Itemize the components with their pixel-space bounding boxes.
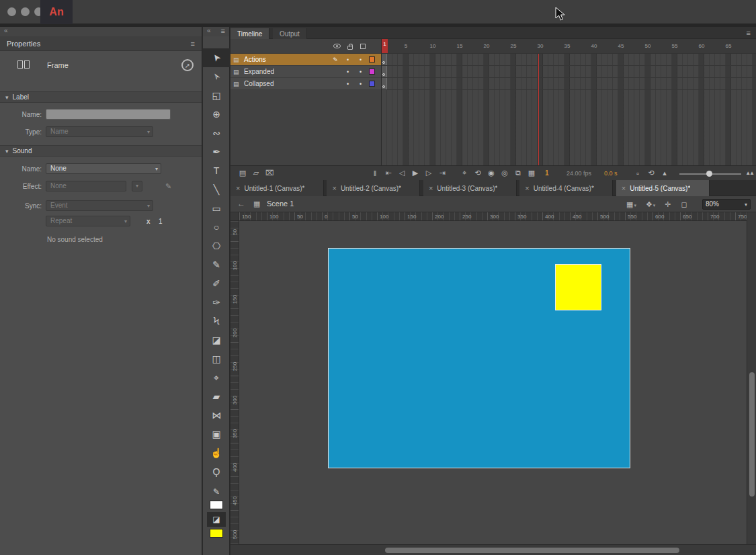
polystar-tool[interactable]: ⎔ [203,237,230,255]
bone-tool[interactable]: Ϟ [203,312,230,331]
layer-lock-dot[interactable]: • [354,69,367,75]
center-stage-button[interactable]: ✛ [660,198,676,210]
zoom-tool[interactable]: Ϙ [203,462,230,481]
modify-markers-button[interactable]: ▦ [525,167,538,179]
back-button[interactable]: ← [237,199,245,208]
vertical-scrollbar[interactable] [747,212,756,544]
camera-tool[interactable]: ▣ [203,425,230,443]
layer-lock-dot[interactable]: • [354,56,367,63]
document-tab[interactable]: × Untitled-1 (Canvas)* [230,180,324,196]
layer-visibility-dot[interactable]: • [341,56,354,63]
collapse-timeline-button[interactable]: ▴ [658,167,671,179]
timeline-layer-row[interactable]: ▤ Actions ✎ • • [230,54,381,66]
eyedropper-tool[interactable]: ⌖ [203,368,230,387]
edit-scene-button[interactable]: ▦▾ [622,198,641,210]
play-button[interactable]: ▶ [409,167,422,179]
layer-outline-color-swatch[interactable] [369,56,375,62]
3d-rotation-tool[interactable]: ⊕ [203,105,230,124]
edit-multiple-frames-button[interactable]: ⧉ [511,167,525,179]
layer-outline-color-swatch[interactable] [369,81,375,87]
onion-skin-outlines-button[interactable]: ◎ [498,167,511,179]
lasso-tool[interactable]: ∾ [203,124,230,142]
frame-ruler[interactable]: 1 5 10 15 20 25 30 [382,39,756,54]
frame-size-slider[interactable] [679,173,741,175]
playhead-marker[interactable]: 1 [382,39,388,54]
delete-layer-button[interactable]: ⌧ [263,167,276,179]
minimize-window-button[interactable] [21,7,30,16]
slider-thumb[interactable] [706,171,712,177]
brush-tool[interactable]: ✐ [203,274,230,293]
step-back-button[interactable]: ◁ [395,167,409,179]
panel-menu-icon[interactable]: ≡ [747,29,751,37]
label-type-dropdown[interactable]: Name ▾ [46,126,153,137]
stroke-color-swatch[interactable] [210,501,223,509]
horizontal-scrollbar[interactable] [230,544,756,555]
pasteboard[interactable] [239,221,747,544]
collapse-panel-icon[interactable]: « [207,27,211,36]
stage-object[interactable] [555,264,601,310]
sound-effect-caret-button[interactable]: ▾ [132,181,142,191]
document-tab[interactable]: × Untitled-5 (Canvas)* [616,180,710,196]
keyframe-cell[interactable] [382,54,387,65]
timeline-layer-row[interactable]: ▤ Expanded • • [230,66,381,78]
document-tab[interactable]: × Untitled-4 (Canvas)* [519,180,613,196]
sound-sync-dropdown[interactable]: Event ▾ [46,200,153,211]
layer-lock-dot[interactable]: • [354,81,367,87]
close-tab-icon[interactable]: × [429,184,433,192]
layer-outline-color-swatch[interactable] [369,69,375,75]
oval-tool[interactable]: ○ [203,218,230,237]
repeat-count-value[interactable]: 1 [159,218,163,225]
selection-tool[interactable]: ➤ [203,48,230,67]
collapse-panel-icon[interactable]: « [4,27,8,34]
sound-effect-dropdown[interactable]: None [46,181,126,191]
frames-grid[interactable] [382,54,756,165]
vertical-scrollbar-thumb[interactable] [749,372,755,497]
sound-repeat-dropdown[interactable]: Repeat ▾ [46,216,130,226]
hand-tool[interactable]: ☝ [203,443,230,462]
line-tool[interactable]: ╲ [203,180,230,199]
step-forward-button[interactable]: ▷ [422,167,435,179]
subselection-tool[interactable]: ➢ [203,67,230,86]
free-transform-tool[interactable]: ◱ [203,86,230,105]
quick-share-button[interactable]: ➚ [181,59,194,71]
horizontal-scrollbar-thumb[interactable] [385,548,679,553]
pen-tool[interactable]: ✒ [203,142,230,161]
new-folder-button[interactable]: ▱ [249,167,263,179]
edit-symbols-button[interactable]: ❖▾ [641,198,660,210]
new-layer-button[interactable]: ▤ [236,167,249,179]
stage-zoom-dropdown[interactable]: 80% ▾ [702,199,751,210]
fit-to-window-button[interactable]: ◻ [677,198,693,210]
width-tool[interactable]: ⋈ [203,406,230,425]
keyframe-cell[interactable] [382,66,387,77]
document-tab[interactable]: × Untitled-2 (Canvas)* [327,180,420,196]
layer-visibility-dot[interactable]: • [341,69,354,75]
close-tab-icon[interactable]: × [525,184,529,192]
fill-color-swatch[interactable] [210,529,223,538]
show-hide-layers-icon[interactable] [333,44,341,48]
outline-layers-icon[interactable] [360,44,366,49]
document-tab[interactable]: × Untitled-3 (Canvas)* [423,180,517,196]
close-tab-icon[interactable]: × [236,184,240,192]
label-section-header[interactable]: ▾Label [0,91,202,103]
close-tab-icon[interactable]: × [622,184,626,192]
center-frame-button[interactable]: ⌖ [458,167,471,179]
text-tool[interactable]: T [203,161,230,180]
panel-menu-icon[interactable]: ≡ [191,40,195,48]
timeline-layer-row[interactable]: ▤ Collapsed • • [230,78,381,90]
pause-button[interactable]: ‖ [368,167,382,179]
edit-sound-envelope-button[interactable]: ✎ [165,182,171,191]
reset-timeline-zoom-button[interactable]: ⟲ [644,167,658,179]
close-tab-icon[interactable]: × [332,184,336,192]
paint-bucket-tool[interactable]: ◪ [203,331,230,349]
paint-brush-tool[interactable]: ✑ [203,293,230,312]
onion-skin-button[interactable]: ◉ [485,167,498,179]
pencil-tool[interactable]: ✎ [203,255,230,274]
frame-label-name-input[interactable] [46,109,171,120]
current-frame-value[interactable]: 1 [545,169,549,177]
close-window-button[interactable] [7,7,16,16]
loop-button[interactable]: ⟲ [471,167,485,179]
eraser-tool[interactable]: ▰ [203,387,230,406]
stage[interactable] [328,248,630,468]
sound-name-dropdown[interactable]: None ▾ [46,163,161,174]
rectangle-tool[interactable]: ▭ [203,199,230,218]
